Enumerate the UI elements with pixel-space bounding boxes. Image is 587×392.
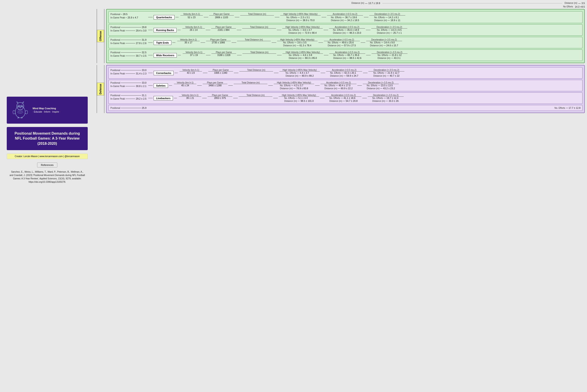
saf-vel: 45 ± 24 <box>181 84 189 87</box>
wr-plays: 3188 ± 1328 <box>217 54 230 56</box>
wr-vel: 37 ± 19 <box>190 54 198 56</box>
qb-dec-col: Deceleration (>-3.5 ms-2) No. Efforts 14… <box>369 13 405 22</box>
saf-name: Safeties <box>154 84 168 88</box>
cb-dec-dist: 40.7 ± 22 <box>390 74 400 77</box>
lb-acc-efforts: 41.1 ± 18.6 <box>344 97 355 99</box>
qb-inner-row: Positional 28.5 In-Game Peak 25.9 ± 4.7 <box>111 13 580 22</box>
qb-positional-val: 28.5 <box>123 13 127 16</box>
saf-acc-efforts: 40.4 ± 17.0 <box>339 84 350 87</box>
saf-acc-dist: 60.9 ± 22.2 <box>341 87 352 90</box>
wr-acc-efforts: 65.7 ± 35.6 <box>347 54 359 56</box>
top-distance2-label: Distance (m) <box>564 2 577 4</box>
lb-hv-efforts: 5.1 ± 4.3 <box>298 97 308 99</box>
cb-acc-efforts: 42.3 ± 20.1 <box>344 72 356 74</box>
cb-block: Positional 33.0 In-Game Peak 31.4 ± 2.3 <box>108 67 582 79</box>
wr-positional: 32.5 <box>142 51 146 54</box>
te-hv-efforts: 3.6 ± 3.5 <box>297 41 307 44</box>
rb-dec-efforts: 14.3 ± 8.5 <box>391 28 402 31</box>
defense-box: Positional 33.0 In-Game Peak 31.4 ± 2.3 <box>106 65 585 113</box>
main-title: Positional Movement Demands during NFL F… <box>11 131 83 146</box>
rb-vel: 26 ± 14 <box>190 28 198 31</box>
rb-positional: 29.8 <box>142 26 146 28</box>
offense-label-wrapper: Offense <box>97 9 104 63</box>
saf-hv-efforts: 4.3 ± 3.7 <box>294 84 303 87</box>
saf-hv-dist: 78.9 ± 83.8 <box>296 87 308 90</box>
saf-plays: 3466 ± 1280 <box>209 84 222 87</box>
lb-block: Positional 31.1 In-Game Peak 29.2 ± 2.5 <box>108 92 582 104</box>
wr-hv-dist: 80.3 ± 85.0 <box>305 57 317 59</box>
svg-point-4 <box>18 106 19 106</box>
wr-acc-dist: 88.5 ± 42.6 <box>349 57 361 59</box>
qb-ingame-val: 25.9 ± 4.7 <box>128 16 138 19</box>
creator-text: Creator: Lorcán Mason | www.lorcanmason.… <box>15 155 80 158</box>
qb-vel-col: Velocity (km.h-1) 52 ± 23 <box>180 13 203 22</box>
cb-plays: 3305 ± 1340 <box>214 72 227 74</box>
qb-hv-col: High Velocity (>85% Max Velocity) No. Ef… <box>280 13 321 22</box>
qb-hv-efforts-val: 2.3 ± 3.1 <box>300 16 310 19</box>
qb-ingame-row: In-Game Peak 25.9 ± 4.7 <box>111 16 138 19</box>
te-ingame: 27.8 ± 2.6 <box>136 42 146 44</box>
cb-acc-dist: 59.9 ± 24.7 <box>346 74 358 77</box>
brand-tagline: · Educate · Inform · Inspire · <box>33 110 60 114</box>
logo-card: Mind Map Coaching · Educate · Inform · I… <box>7 97 88 124</box>
lb-name: Linebackers <box>154 96 173 100</box>
lb-positional: 31.1 <box>142 94 146 97</box>
top-partial-row: Distance (m) — 13.7 ± 19.9 Distance (m) … <box>97 2 585 4</box>
cb-positional: 33.0 <box>142 69 146 72</box>
top-distance1-value: 13.7 ± 19.9 <box>368 2 380 4</box>
qb-hv-no-efforts: No. Efforts 2.3 ± 3.1 <box>286 16 310 19</box>
te-plays: 2735 ± 1066 <box>212 41 225 44</box>
qb-vel-label: Velocity (km.h-1) <box>180 13 203 16</box>
brand-name: Mind Map Coaching <box>33 107 60 110</box>
qb-hv-vals: No. Efforts 2.3 ± 3.1 Distance (m) 38.9 … <box>286 16 314 22</box>
qb-plays-label: Plays per Game <box>209 13 234 16</box>
rb-block: Positional 29.8 In-Game Peak 29.4 ± 3.0 <box>108 24 582 36</box>
te-positional: 31.9 <box>142 38 146 41</box>
saf-dec-efforts: 23.5 ± 13.5 <box>381 84 393 87</box>
te-block: Positional 31.9 In-Game Peak 27.8 ± 2.6 <box>108 37 582 48</box>
cb-ingame: 31.4 ± 2.3 <box>136 72 146 75</box>
qb-totaldist-label: Total Distance (m) <box>240 13 274 16</box>
wr-ingame: 30.7 ± 2.5 <box>136 54 146 57</box>
te-acc-efforts: 49.6 ± 25.6 <box>342 41 354 44</box>
last-positional: 25.9 <box>142 106 146 109</box>
defense-label-wrapper: Defense <box>97 65 104 113</box>
saf-positional: 33.0 <box>142 81 146 84</box>
references-button[interactable]: References <box>37 162 57 168</box>
saf-ingame: 30.8 ± 2.1 <box>136 85 146 88</box>
wr-dec-dist: 43.3 ± <box>394 57 401 59</box>
sidebar: Mind Map Coaching · Educate · Inform · I… <box>0 0 95 392</box>
last-pos-block: Positional 25.9 No. Efforts 17.7 ± 12.8 <box>108 105 582 111</box>
creator-box: Creator: Lorcán Mason | www.lorcanmason.… <box>7 154 88 159</box>
qb-acc-efforts-val: 36.7 ± 19.6 <box>345 16 357 19</box>
cb-hv-efforts: 4.4 ± 3.7 <box>300 72 309 74</box>
lb-vel: 39 ± 21 <box>186 97 194 99</box>
te-name: Tight Ends <box>154 40 171 45</box>
wr-dec-efforts: 21.8 ± 12 <box>392 54 402 56</box>
saf-block: Positional 33.0 In-Game Peak 30.8 ± 2.1 <box>108 80 582 91</box>
rb-dec-dist: 25.7 ± 1 <box>393 32 402 34</box>
cb-vel: 43 ± 23 <box>187 72 195 74</box>
quarterbacks-block: Positional 28.5 In-Game Peak 25.9 ± 4.7 <box>108 11 582 23</box>
qb-acc-vals: No. Efforts 36.7 ± 19.6 Distance (m) 34.… <box>331 16 359 22</box>
logo-text: Mind Map Coaching · Educate · Inform · I… <box>33 107 60 113</box>
rb-acc-dist: 48.3 ± 23.0 <box>349 32 361 34</box>
owl-logo-icon <box>11 101 29 119</box>
no-efforts-top-value: 14.3 +8.5 <box>575 6 585 8</box>
wr-name: Wide Receivers <box>154 53 177 58</box>
qb-left-col: Positional 28.5 In-Game Peak 25.9 ± 4.7 <box>111 13 146 22</box>
lb-dec-dist: 33.3 ± 20. <box>389 100 399 102</box>
qb-hv-distance: Distance (m) 38.9 ± 70.0 <box>286 19 314 22</box>
qb-dec-vals: No. Efforts 14.2 ± 8.1 Distance (m) 18.9… <box>374 16 400 22</box>
lb-dec-efforts: 19.7 ± 12.4 <box>387 97 398 99</box>
qb-plays-val: 2806 ± 1103 <box>215 16 228 19</box>
cb-hv-dist: 80.9 ± 89.2 <box>302 74 314 77</box>
rb-acc-efforts: 35.6 ± 18.9 <box>347 28 359 31</box>
no-efforts-top-row: No Efforts 14.3 +8.5 <box>97 6 585 8</box>
qb-name: Quarterbacks <box>154 15 175 20</box>
qb-dec-efforts-val: 14.2 ± 8.1 <box>388 16 399 19</box>
qb-hv-dist-val: 38.9 ± 70.0 <box>303 19 314 22</box>
saf-dec-dist: 43.2 ± 23.2 <box>383 87 395 90</box>
cb-name: Cornerbacks <box>154 71 174 75</box>
rb-plays: 2181 ± 884 <box>218 28 229 31</box>
